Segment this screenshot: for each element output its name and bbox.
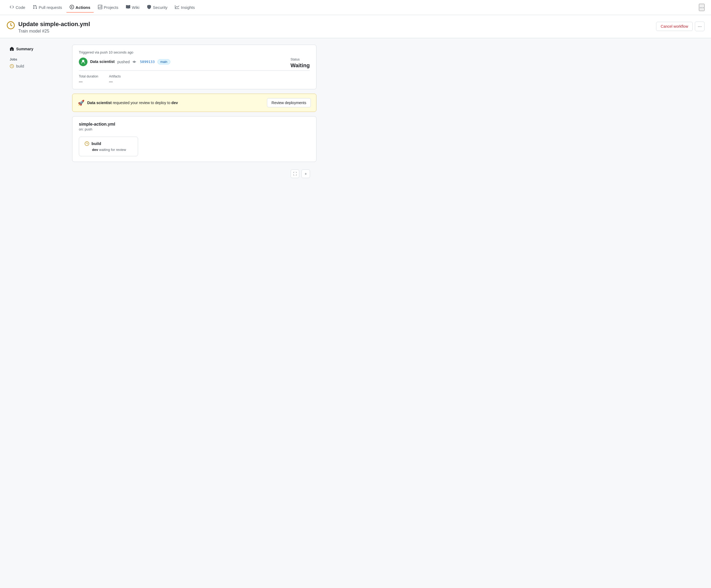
page-title: Update simple-action.yml (18, 20, 90, 28)
zoom-controls: ⛶ + (72, 166, 317, 181)
job-node-status: dev waiting for review (85, 148, 132, 152)
more-dots-icon: ··· (697, 24, 702, 29)
zoom-in-icon: + (305, 172, 307, 176)
review-deployments-button[interactable]: Review deployments (267, 98, 311, 107)
meta-duration: Total duration — (79, 74, 98, 84)
job-clock-icon (85, 141, 89, 146)
nav-code-label: Code (16, 5, 25, 10)
commit-icon (132, 60, 136, 64)
nav-more-button[interactable]: ··· (699, 4, 705, 11)
wiki-icon (126, 5, 130, 10)
duration-label: Total duration (79, 74, 98, 78)
commit-hash[interactable]: 5899133 (140, 60, 155, 64)
fit-screen-button[interactable]: ⛶ (290, 169, 299, 178)
top-nav: Code Pull requests Actions Projects Wiki… (0, 0, 711, 15)
sidebar-clock-icon (10, 64, 14, 68)
rocket-icon: 🚀 (78, 99, 85, 106)
header-title-group: Update simple-action.yml Train model #25 (18, 20, 90, 33)
avatar (79, 58, 87, 66)
sidebar-build-label: build (16, 64, 24, 68)
job-env-label: dev (92, 148, 98, 152)
artifacts-value: — (109, 80, 113, 84)
nav-projects[interactable]: Projects (95, 3, 122, 13)
sidebar-item-summary[interactable]: Summary (6, 45, 66, 53)
meta-artifacts: Artifacts — (109, 74, 121, 84)
header-clock-icon (6, 21, 15, 29)
trigger-action: pushed (117, 60, 130, 64)
trigger-username: Data scientist (90, 60, 115, 64)
cancel-workflow-button[interactable]: Cancel workflow (656, 22, 693, 31)
nav-projects-label: Projects (104, 5, 118, 10)
nav-wiki-label: Wiki (132, 5, 139, 10)
status-section: Status Waiting (290, 58, 310, 69)
review-env: dev (171, 100, 178, 105)
status-value: Waiting (290, 62, 310, 69)
workflow-trigger: on: push (79, 127, 310, 131)
trigger-row: Data scientist pushed 5899133 main (79, 58, 170, 66)
actions-icon (70, 5, 74, 10)
artifacts-label: Artifacts (109, 74, 121, 78)
duration-value: — (79, 80, 83, 84)
review-banner: 🚀 Data scientist requested your review t… (72, 94, 317, 112)
review-msg-mid: requested your review to deploy to (113, 100, 170, 105)
review-banner-text: Data scientist requested your review to … (87, 100, 264, 105)
meta-row: Total duration — Artifacts — (79, 70, 310, 84)
job-status-waiting: waiting for review (99, 148, 126, 152)
code-icon (10, 5, 14, 10)
nav-pull-requests[interactable]: Pull requests (29, 3, 65, 13)
nav-wiki[interactable]: Wiki (123, 3, 143, 13)
nav-actions-label: Actions (76, 5, 90, 10)
triggered-text: Triggered via push 10 seconds ago (79, 50, 310, 54)
nav-security-label: Security (153, 5, 167, 10)
header-left: Update simple-action.yml Train model #25 (6, 20, 90, 33)
nav-pullreq-label: Pull requests (39, 5, 62, 10)
nav-insights[interactable]: Insights (172, 3, 198, 13)
sidebar-summary-label: Summary (16, 47, 34, 51)
main-content: Triggered via push 10 seconds ago Data s… (72, 45, 317, 181)
nav-code[interactable]: Code (6, 3, 28, 13)
fit-icon: ⛶ (293, 172, 297, 176)
nav-actions[interactable]: Actions (66, 3, 94, 13)
review-user: Data scientist (87, 100, 112, 105)
nav-insights-label: Insights (181, 5, 195, 10)
home-icon (10, 47, 14, 51)
user-icon (81, 60, 86, 64)
pull-request-icon (33, 5, 37, 10)
trigger-user-info: Data scientist (90, 60, 115, 64)
main-layout: Summary Jobs build Triggered via push 10… (0, 38, 323, 188)
status-label: Status (290, 58, 310, 61)
job-node-title: build (91, 141, 101, 146)
security-icon (147, 5, 151, 10)
header-actions: Cancel workflow ··· (656, 22, 705, 31)
insights-icon (175, 5, 179, 10)
branch-badge[interactable]: main (157, 59, 170, 65)
nav-security[interactable]: Security (144, 3, 171, 13)
job-node-header: build (85, 141, 132, 146)
job-node-build[interactable]: build dev waiting for review (79, 137, 138, 156)
page-subtitle: Train model #25 (18, 29, 90, 33)
sidebar: Summary Jobs build (6, 45, 66, 181)
sidebar-jobs-label: Jobs (6, 54, 66, 62)
info-card: Triggered via push 10 seconds ago Data s… (72, 45, 317, 89)
workflow-card: simple-action.yml on: push build dev wai… (72, 116, 317, 162)
sidebar-job-build[interactable]: build (6, 62, 66, 70)
zoom-in-button[interactable]: + (301, 169, 310, 178)
page-header: Update simple-action.yml Train model #25… (0, 15, 711, 38)
header-more-button[interactable]: ··· (695, 22, 705, 31)
workflow-name: simple-action.yml (79, 122, 310, 127)
projects-icon (98, 5, 102, 10)
